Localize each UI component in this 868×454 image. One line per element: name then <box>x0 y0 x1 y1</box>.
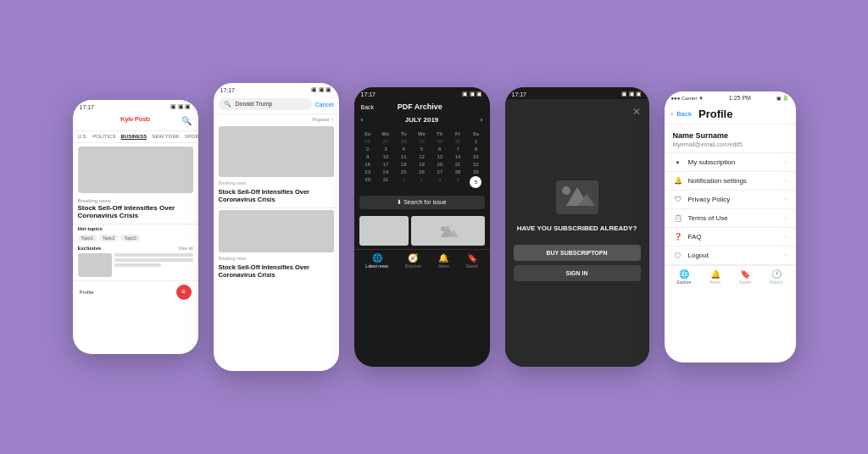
menu-item-subscription[interactable]: ● My subscription › <box>665 153 796 172</box>
calendar-row-6: 30 31 1 2 3 4 5 <box>359 176 485 188</box>
calendar-row-2: 2 3 4 5 6 7 8 <box>359 146 485 152</box>
close-button-4[interactable]: ✕ <box>632 106 641 118</box>
signin-button[interactable]: SIGN IN <box>514 265 641 281</box>
status-time-5: 1:25 PM <box>729 95 751 101</box>
history-icon-5: 🕐 <box>771 269 782 279</box>
calendar-grid: Su Mo Tu We Th Fr Sa 26 27 28 29 30 31 1… <box>354 129 490 192</box>
topic-pill[interactable]: Topic2 <box>99 235 118 241</box>
p1-bottom-bar: Profile ≡ <box>73 280 198 302</box>
result-headline-1[interactable]: Stock Sell-Off Intensifies Over Coronavi… <box>214 187 339 206</box>
divider <box>214 208 339 208</box>
bell-icon: 🔔 <box>438 253 448 263</box>
menu-item-faq[interactable]: ❓ FAQ › <box>665 228 796 246</box>
nav-saved-5[interactable]: 🔖 Saved <box>739 269 751 285</box>
p5-bottom-nav: 🌐 Explore 🔔 Alerts 🔖 Saved 🕐 History <box>665 265 796 287</box>
article-card-image[interactable] <box>78 253 112 277</box>
nav-latest-news[interactable]: 🌐 Latest news <box>365 253 388 269</box>
topic-pills: Topic1 Topic2 Topic3 <box>73 233 198 243</box>
cancel-button[interactable]: Cancel <box>315 102 334 108</box>
p1-nav: U.S. POLITICS BUSINESS NEW YORK SPOR <box>73 131 198 143</box>
menu-item-terms[interactable]: 📋 Terms of Use › <box>665 209 796 228</box>
month-nav: ‹ JULY 2019 › <box>354 114 490 125</box>
menu-terms-label: Terms of Use <box>688 214 728 222</box>
nav-politics[interactable]: POLITICS <box>92 134 115 140</box>
prev-month-button[interactable]: ‹ <box>361 116 364 124</box>
menu-privacy-label: Privacy Policy <box>688 196 731 203</box>
thumb-1 <box>359 216 409 246</box>
user-name: Name Surname <box>673 131 787 140</box>
nav-newyork[interactable]: NEW YORK <box>152 134 180 140</box>
phone-3-pdf: 17:17 ▣ ▣ ▣ Back PDF Archive ‹ JULY 2019… <box>354 87 490 367</box>
subscription-question: HAVE YOU SUBSCRIBED ALREADY? <box>517 224 637 233</box>
nav-explore-5[interactable]: 🌐 Explore <box>676 269 691 285</box>
nav-discover[interactable]: 🧭 Discover <box>405 253 421 269</box>
nav-saved[interactable]: 🔖 Saved <box>465 253 477 269</box>
search-icon-1[interactable]: 🔍 <box>181 116 192 125</box>
user-email: Myemail@email.com/edit5 <box>673 141 787 147</box>
profile-title: Profile <box>698 108 732 120</box>
mountain-icon <box>437 223 459 240</box>
nav-us[interactable]: U.S. <box>78 134 88 140</box>
month-label: JULY 2019 <box>405 116 439 124</box>
compass-icon: 🧭 <box>408 253 418 263</box>
search-bar: 🔍 Donald Trump Cancel <box>214 95 339 114</box>
view-all-link[interactable]: View all <box>178 246 192 251</box>
search-icon-2: 🔍 <box>224 101 231 107</box>
nav-business[interactable]: BUSINESS <box>121 134 147 140</box>
back-button-5[interactable]: Back <box>676 110 692 118</box>
topic-pill[interactable]: Topic1 <box>78 235 97 241</box>
profile-nav-item[interactable]: Profile <box>80 290 94 295</box>
search-issue-button[interactable]: ⬇ Search for issue <box>359 196 485 209</box>
menu-item-privacy[interactable]: 🛡 Privacy Policy › <box>665 191 796 209</box>
p3-bottom-nav: 🌐 Latest news 🧭 Discover 🔔 Alerts 🔖 Save… <box>354 249 490 271</box>
nav-alerts-5[interactable]: 🔔 Alerts <box>709 269 721 285</box>
card-line <box>114 258 193 262</box>
subscription-popup: ✕ HAVE YOU SUBSCRIBED ALREADY? BUY SUBSC… <box>505 99 649 367</box>
menu-item-notifications[interactable]: 🔔 Notification settings › <box>665 172 796 191</box>
main-headline-1[interactable]: Stock Sell-Off Intensifies Over Coronavi… <box>73 203 198 224</box>
menu-item-logout[interactable]: ⬡ Logout › <box>665 246 796 265</box>
phone-2-search: 17:17 ▣ ▣ ▣ 🔍 Donald Trump Cancel Popula… <box>214 83 339 371</box>
mountain-placeholder-icon <box>556 180 598 214</box>
chevron-right-icon: › <box>785 214 787 222</box>
nav-alerts[interactable]: 🔔 Alerts <box>438 253 449 269</box>
bookmark-icon: 🔖 <box>467 253 477 263</box>
subscription-icon-5: ● <box>673 158 683 166</box>
result-image-2 <box>219 210 334 252</box>
alerts-icon-5: 🔔 <box>710 269 721 279</box>
back-button-3[interactable]: Back <box>361 104 375 110</box>
calendar-header-row: Su Mo Tu We Th Fr Sa <box>359 130 485 137</box>
back-chevron-icon: ‹ <box>671 110 674 118</box>
result-meta-1: Breaking news <box>214 179 339 187</box>
terms-icon-5: 📋 <box>673 214 683 222</box>
status-icons-1: ▣ ▣ ▣ <box>170 103 192 110</box>
menu-faq-label: FAQ <box>688 233 702 241</box>
chevron-right-icon: › <box>785 196 787 203</box>
shield-icon-5: 🛡 <box>673 196 683 203</box>
subscription-icon <box>556 180 598 218</box>
result-headline-2[interactable]: Stock Sell-Off Intensifies Over Coronavi… <box>214 263 339 281</box>
card-line <box>114 253 193 257</box>
calendar-row-4: 16 17 18 19 20 21 22 <box>359 161 485 168</box>
next-month-button[interactable]: › <box>481 116 483 124</box>
explore-icon-5: 🌐 <box>679 269 689 279</box>
search-input[interactable]: 🔍 Donald Trump <box>219 98 312 110</box>
chevron-right-icon: › <box>785 158 787 166</box>
buy-subscription-button[interactable]: BUY SUBSCRIPTOPN <box>514 245 641 261</box>
menu-button[interactable]: ≡ <box>176 285 192 300</box>
status-time-1: 17:17 <box>80 104 95 110</box>
logout-icon-5: ⬡ <box>673 252 683 259</box>
topic-pill[interactable]: Topic3 <box>120 235 139 241</box>
status-bar-4: 17:17 ▣ ▣ ▣ <box>505 87 649 99</box>
bell-icon-5: 🔔 <box>673 177 683 185</box>
nav-history-5[interactable]: 🕐 History <box>770 269 783 285</box>
article-card-text <box>114 253 193 277</box>
menu-subscription-label: My subscription <box>688 158 736 166</box>
svg-point-2 <box>441 226 446 231</box>
p5-header: ‹ Back Profile <box>665 102 796 125</box>
nav-spor[interactable]: SPOR <box>185 134 198 140</box>
search-value: Donald Trump <box>235 101 272 107</box>
p3-header: Back PDF Archive <box>354 99 490 114</box>
bottom-thumbnails <box>354 213 490 249</box>
faq-icon-5: ❓ <box>673 233 683 241</box>
